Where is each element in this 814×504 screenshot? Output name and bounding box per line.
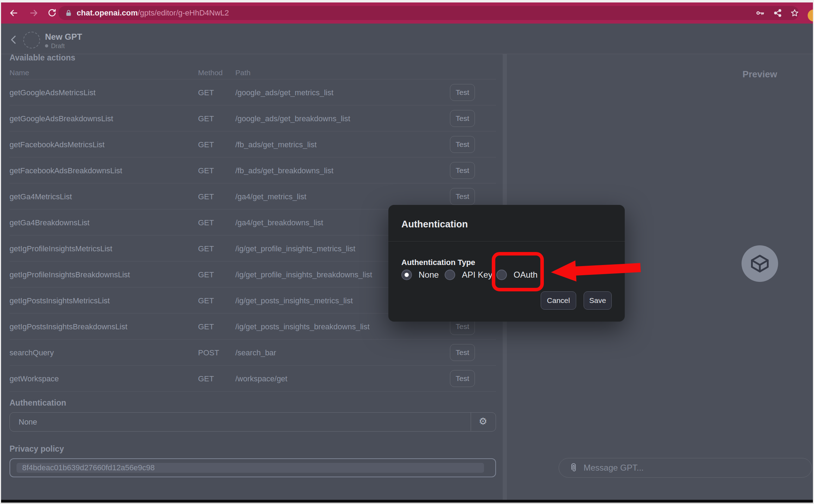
preview-heading: Preview [711,69,809,80]
action-path: /ga4/get_breakdowns_list [235,218,323,227]
test-button[interactable]: Test [450,110,475,127]
browser-reload-icon[interactable] [47,8,57,18]
save-button[interactable]: Save [584,291,612,310]
gpt-avatar-placeholder[interactable] [23,32,40,49]
authentication-select[interactable]: None ⚙ [9,412,496,432]
screenshot-root: chat.openai.com/gpts/editor/g-eHhD4NwL2 … [0,0,814,504]
action-path: /ig/get_profile_insights_metrics_list [235,244,355,253]
browser-back-icon[interactable] [9,8,18,18]
action-method: GET [198,270,214,279]
status-badge: Draft [45,43,65,50]
test-button[interactable]: Test [450,188,475,205]
modal-divider [388,241,625,241]
action-method: GET [198,244,214,253]
privacy-policy-field [9,458,496,477]
annotation-highlight-rectangle [492,252,544,291]
share-icon[interactable] [773,8,782,18]
privacy-policy-input[interactable] [17,463,484,473]
attach-paperclip-icon[interactable] [567,462,579,474]
action-path: /fb_ads/get_metrics_list [235,140,317,149]
action-name: getFacebookAdsBreakdownsList [9,166,122,175]
action-method: GET [198,88,214,97]
url-text: chat.openai.com/gpts/editor/g-eHhD4NwL2 [77,6,229,20]
action-method: POST [198,348,219,357]
radio-label: API Key [462,270,492,280]
test-button[interactable]: Test [450,136,475,153]
cube-icon [749,253,770,274]
authentication-value: None [19,418,37,427]
radio-icon-none[interactable] [401,270,412,280]
address-bar[interactable]: chat.openai.com/gpts/editor/g-eHhD4NwL2 [58,6,799,20]
test-button[interactable]: Test [450,84,475,101]
action-method: GET [198,166,214,175]
table-row: getGoogleAdsMetricsListGET/google_ads/ge… [9,79,496,105]
table-header: Name Method Path [9,69,496,77]
editor-back-icon[interactable] [8,34,20,46]
cancel-button[interactable]: Cancel [541,291,576,310]
action-name: getFacebookAdsMetricsList [9,140,104,149]
action-path: /fb_ads/get_breakdowns_list [235,166,333,175]
bookmark-star-icon[interactable] [790,8,799,18]
privacy-policy-label: Privacy policy [9,444,64,454]
action-method: GET [198,296,214,305]
action-name: getGoogleAdsBreakdownsList [9,114,113,123]
action-method: GET [198,322,214,331]
gear-icon: ⚙ [479,416,487,427]
authentication-settings-button[interactable]: ⚙ [471,413,496,431]
action-name: getGoogleAdsMetricsList [9,88,96,97]
action-name: getIgPostsInsightsBreakdownsList [9,322,127,331]
column-header-name: Name [9,69,29,77]
table-row: searchQueryPOST/search_barTest [9,339,496,365]
screenshot-frame [0,503,814,504]
url-path: /gpts/editor/g-eHhD4NwL2 [138,8,229,17]
available-actions-heading: Available actions [9,53,75,63]
message-input[interactable] [584,459,802,477]
action-path: /workspace/get [235,374,287,383]
modal-title: Authentication [401,219,468,230]
browser-forward-icon[interactable] [29,8,38,18]
column-header-method: Method [198,69,223,77]
screenshot-frame [1,500,813,503]
action-method: GET [198,192,214,201]
header-divider [1,54,813,54]
action-path: /ig/get_posts_insights_breakdowns_list [235,322,370,331]
action-name: getWorkspace [9,374,59,383]
action-path: /google_ads/get_metrics_list [235,88,333,97]
test-button[interactable]: Test [450,162,475,179]
action-path: /ga4/get_metrics_list [235,192,306,201]
action-name: getGa4BreakdownsList [9,218,89,227]
action-path: /ig/get_posts_insights_metrics_list [235,296,353,305]
action-method: GET [198,114,214,123]
authentication-type-label: Authentication Type [401,258,475,267]
radio-option-api-key[interactable]: API Key [445,270,492,280]
screenshot-frame [0,0,1,504]
action-name: getIgProfileInsightsBreakdownsList [9,270,130,279]
key-icon[interactable] [756,8,765,18]
action-path: /ig/get_profile_insights_breakdowns_list [235,270,372,279]
authentication-section-label: Authentication [9,398,66,408]
action-name: getIgPostsInsightsMetricsList [9,296,110,305]
table-row: getFacebookAdsBreakdownsListGET/fb_ads/g… [9,157,496,183]
action-method: GET [198,218,214,227]
screenshot-frame [0,0,814,2]
table-row: getGoogleAdsBreakdownsListGET/google_ads… [9,105,496,131]
table-row: getFacebookAdsMetricsListGET/fb_ads/get_… [9,131,496,157]
action-name: searchQuery [9,348,54,357]
radio-option-none[interactable]: None [401,270,439,280]
page-title: New GPT [45,32,82,42]
test-button[interactable]: Test [450,344,475,361]
action-name: getIgProfileInsightsMetricsList [9,244,112,253]
message-composer [559,458,812,478]
action-method: GET [198,374,214,383]
annotation-arrow [549,256,642,284]
url-host: chat.openai.com [77,8,138,17]
test-button[interactable]: Test [450,370,475,387]
action-path: /google_ads/get_breakdowns_list [235,114,350,123]
lock-icon[interactable] [64,9,73,17]
column-header-path: Path [235,69,250,77]
action-name: getGa4MetricsList [9,192,72,201]
action-path: /search_bar [235,348,276,357]
browser-toolbar: chat.openai.com/gpts/editor/g-eHhD4NwL2 [1,2,813,24]
radio-label: None [419,270,439,280]
radio-icon-api-key[interactable] [445,270,455,280]
